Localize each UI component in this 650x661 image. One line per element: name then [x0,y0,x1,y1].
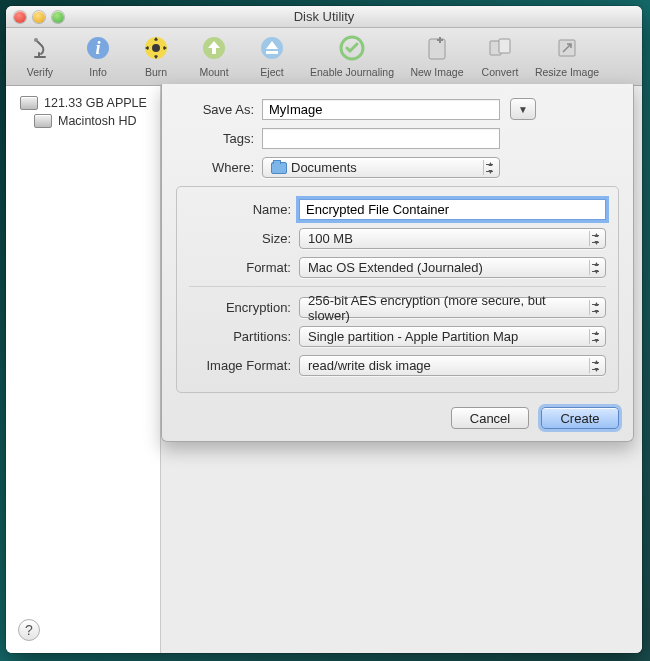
svg-point-0 [34,38,38,42]
eject-icon [244,32,300,64]
zoom-window-button[interactable] [52,11,64,23]
toolbar-label: Eject [260,66,283,78]
toolbar-verify[interactable]: Verify [12,32,68,78]
svg-point-4 [152,44,160,52]
new-image-icon [404,32,470,64]
svg-rect-10 [499,39,510,53]
popup-stepper-icon: ▲▼ [589,329,603,344]
sidebar-disk[interactable]: 121.33 GB APPLE [6,94,160,112]
toolbar-enable-journaling[interactable]: Enable Journaling [302,32,402,78]
format-popup[interactable]: Mac OS Extended (Journaled) ▲▼ [299,257,606,278]
toolbar-label: New Image [410,66,463,78]
size-label: Size: [189,231,291,246]
toolbar-label: Enable Journaling [310,66,394,78]
create-button[interactable]: Create [541,407,619,429]
size-value: 100 MB [308,231,353,246]
partitions-popup[interactable]: Single partition - Apple Partition Map ▲… [299,326,606,347]
partitions-value: Single partition - Apple Partition Map [308,329,518,344]
disk-icon [20,96,38,110]
toolbar: Verify i Info Burn Mount Eject [6,28,642,86]
toolbar-label: Convert [482,66,519,78]
tags-label: Tags: [176,131,254,146]
image-format-value: read/write disk image [308,358,431,373]
minimize-window-button[interactable] [33,11,45,23]
traffic-lights [14,11,64,23]
toolbar-convert[interactable]: Convert [472,32,528,78]
folder-icon [271,162,287,174]
close-window-button[interactable] [14,11,26,23]
help-button[interactable]: ? [18,619,40,641]
content-area: 121.33 GB APPLE Macintosh HD Save As: ▼ … [6,86,642,653]
titlebar: Disk Utility [6,6,642,28]
popup-stepper-icon: ▲▼ [589,260,603,275]
image-format-label: Image Format: [189,358,291,373]
journaling-icon [302,32,402,64]
where-value: Documents [291,160,357,175]
burn-icon [128,32,184,64]
toolbar-burn[interactable]: Burn [128,32,184,78]
format-value: Mac OS Extended (Journaled) [308,260,483,275]
convert-icon [472,32,528,64]
reveal-location-button[interactable]: ▼ [510,98,536,120]
toolbar-label: Resize Image [535,66,599,78]
svg-text:i: i [95,38,100,58]
mount-icon [186,32,242,64]
encryption-value: 256-bit AES encryption (more secure, but… [308,293,587,323]
volume-icon [34,114,52,128]
cancel-label: Cancel [470,411,510,426]
toolbar-new-image[interactable]: New Image [404,32,470,78]
sidebar-volume-label: Macintosh HD [58,114,137,128]
sidebar: 121.33 GB APPLE Macintosh HD [6,86,161,653]
toolbar-label: Mount [199,66,228,78]
popup-stepper-icon: ▲▼ [589,358,603,373]
save-as-input[interactable] [262,99,500,120]
help-icon: ? [25,622,33,638]
toolbar-info[interactable]: i Info [70,32,126,78]
sidebar-volume[interactable]: Macintosh HD [6,112,160,130]
encryption-popup[interactable]: 256-bit AES encryption (more secure, but… [299,297,606,318]
microscope-icon [12,32,68,64]
window-title: Disk Utility [294,9,355,24]
where-popup[interactable]: Documents ▲▼ [262,157,500,178]
toolbar-label: Burn [145,66,167,78]
resize-icon [530,32,604,64]
popup-stepper-icon: ▲▼ [483,160,497,175]
popup-stepper-icon: ▲▼ [589,231,603,246]
main-panel: Save As: ▼ Tags: Where: Documents ▲▼ [161,86,642,653]
tags-input[interactable] [262,128,500,149]
name-label: Name: [189,202,291,217]
image-format-popup[interactable]: read/write disk image ▲▼ [299,355,606,376]
toolbar-label: Info [89,66,107,78]
new-image-sheet: Save As: ▼ Tags: Where: Documents ▲▼ [161,84,634,442]
app-window: Disk Utility Verify i Info Burn Mount [6,6,642,653]
toolbar-mount[interactable]: Mount [186,32,242,78]
partitions-label: Partitions: [189,329,291,344]
chevron-down-icon: ▼ [518,104,528,115]
sidebar-disk-label: 121.33 GB APPLE [44,96,147,110]
name-input[interactable] [299,199,606,220]
cancel-button[interactable]: Cancel [451,407,529,429]
image-options-panel: Name: Size: 100 MB ▲▼ Format: Mac OS E [176,186,619,393]
toolbar-resize-image[interactable]: Resize Image [530,32,604,78]
save-as-label: Save As: [176,102,254,117]
sheet-footer: Cancel Create [176,407,619,429]
toolbar-eject[interactable]: Eject [244,32,300,78]
divider [189,286,606,287]
format-label: Format: [189,260,291,275]
create-label: Create [560,411,599,426]
svg-rect-8 [429,39,445,59]
size-popup[interactable]: 100 MB ▲▼ [299,228,606,249]
popup-stepper-icon: ▲▼ [589,300,603,315]
toolbar-label: Verify [27,66,53,78]
info-icon: i [70,32,126,64]
where-label: Where: [176,160,254,175]
encryption-label: Encryption: [189,300,291,315]
